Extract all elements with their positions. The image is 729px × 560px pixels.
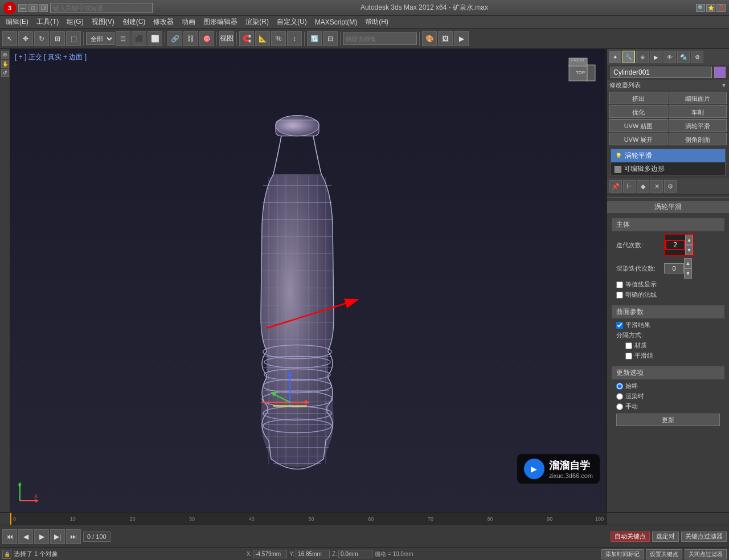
timeline-track[interactable]: 0 10 20 30 40 50 60 70 80 90 100 [10, 513, 607, 525]
lathe-btn[interactable]: 车削 [669, 105, 727, 118]
menu-animation[interactable]: 动画 [178, 16, 199, 28]
smooth-result-checkbox[interactable] [616, 322, 623, 329]
align[interactable]: ⊟ [323, 31, 338, 46]
menu-edit[interactable]: 编辑(E) [2, 16, 32, 28]
motion-tab[interactable]: ▶ [650, 51, 662, 63]
select-region-tool[interactable]: ⬚ [66, 31, 81, 46]
goto-end-btn[interactable]: ⏭ [66, 529, 81, 544]
main-close-btn[interactable]: ❓ [716, 4, 726, 12]
menu-rendering[interactable]: 渲染(R) [242, 16, 272, 28]
scale-tool[interactable]: ⊞ [50, 31, 65, 46]
percent-snap[interactable]: % [271, 31, 286, 46]
hierarchy-tab[interactable]: ⊕ [636, 51, 649, 63]
render-iterations-down[interactable]: ▼ [684, 268, 692, 279]
menu-help[interactable]: 帮助(H) [362, 16, 392, 28]
configure-modifier-sets-btn[interactable]: ⚙ [664, 180, 677, 193]
render-radio[interactable] [616, 393, 623, 400]
set-key-btn[interactable]: 选定对 [652, 532, 679, 542]
link-tool[interactable]: 🔗 [167, 31, 182, 46]
menu-maxscript[interactable]: MAXScript(M) [312, 17, 361, 27]
iterations-up[interactable]: ▲ [685, 235, 693, 245]
turbosmooth-visibility-bulb[interactable]: 💡 [615, 152, 622, 160]
manual-radio[interactable] [616, 403, 623, 410]
auto-key-btn[interactable]: 自动关键点 [611, 532, 650, 542]
show-end-result-btn[interactable]: ⊢ [623, 180, 636, 193]
y-input[interactable] [296, 550, 330, 558]
remove-modifier-btn[interactable]: ✕ [650, 180, 663, 193]
utilities-tab[interactable]: 🔩 [677, 51, 690, 63]
menu-group[interactable]: 组(G) [63, 16, 87, 28]
named-selection-sets[interactable] [343, 32, 417, 45]
select-tool[interactable]: ↖ [2, 31, 17, 46]
select-by-name[interactable]: ⊡ [116, 31, 130, 46]
select-region[interactable]: ⬛ [132, 31, 146, 46]
chamfer-btn[interactable]: 侧角剖面 [669, 133, 727, 145]
main-maximize-btn[interactable]: ⭐ [706, 4, 715, 12]
key-filters-btn[interactable]: 关键点过滤器 [681, 532, 727, 542]
menu-view[interactable]: 视图(V) [88, 16, 118, 28]
menu-modifiers[interactable]: 修改器 [150, 16, 177, 28]
uvw-map-btn[interactable]: UVW 贴图 [609, 119, 667, 132]
key-filter-close-btn[interactable]: 关闭点过滤器 [685, 549, 727, 559]
object-color-swatch[interactable] [714, 67, 726, 78]
view-mode[interactable]: 视图 [219, 31, 234, 46]
add-time-tag-btn[interactable]: 添加时间标记 [601, 549, 644, 559]
update-btn[interactable]: 更新 [616, 414, 720, 426]
smooth-group-checkbox[interactable] [625, 353, 632, 359]
next-frame-btn[interactable]: ▶| [50, 529, 65, 544]
iterations-spinner[interactable]: ▲ ▼ [664, 234, 694, 256]
orbit[interactable]: ↺ [1, 69, 9, 77]
prev-frame-btn[interactable]: ◀ [18, 529, 33, 544]
menu-tools[interactable]: 工具(T) [33, 16, 62, 28]
menu-customize[interactable]: 自定义(U) [273, 16, 310, 28]
material-editor[interactable]: 🎨 [422, 31, 437, 46]
window-crossing[interactable]: ⬜ [148, 31, 162, 46]
edit-surface-btn[interactable]: 编辑面片 [669, 92, 727, 104]
create-tab[interactable]: ✦ [609, 51, 621, 63]
make-unique-btn[interactable]: ◆ [637, 180, 649, 193]
restore-btn[interactable]: ❐ [39, 4, 48, 12]
unlink-tool[interactable]: ⛓ [183, 31, 198, 46]
quick-render[interactable]: ▶ [454, 31, 469, 46]
lock-icon[interactable]: 🔒 [2, 550, 11, 559]
render-iterations-up[interactable]: ▲ [684, 258, 692, 268]
menu-graph-editors[interactable]: 图形编辑器 [200, 16, 241, 28]
menu-create[interactable]: 创建(C) [119, 16, 149, 28]
x-input[interactable] [253, 550, 287, 558]
search-input[interactable] [50, 3, 153, 13]
move-tool[interactable]: ✥ [18, 31, 33, 46]
maximize-btn[interactable]: □ [28, 4, 38, 12]
pan[interactable]: ✋ [1, 60, 9, 68]
play-btn[interactable]: ▶ [34, 529, 49, 544]
display-tab[interactable]: 👁 [664, 51, 676, 63]
pin-stack-btn[interactable]: 📌 [609, 180, 622, 193]
bind-to-space[interactable]: 🎯 [199, 31, 214, 46]
modify-tab[interactable]: 🔧 [622, 51, 635, 63]
set-keys-btn[interactable]: 设置关键点 [646, 549, 682, 559]
extra-tab[interactable]: ⚙ [691, 51, 703, 63]
z-input[interactable] [338, 550, 372, 558]
render-setup[interactable]: 🖼 [438, 31, 453, 46]
turbosmooth-btn[interactable]: 涡轮平滑 [669, 119, 727, 132]
material-separator-checkbox[interactable] [625, 342, 632, 349]
render-iterations-spinner[interactable]: ▲ ▼ [664, 258, 692, 279]
spinner-snap[interactable]: ↕ [287, 31, 302, 46]
main-window-controls[interactable]: 🔍 ⭐ ❓ [696, 4, 726, 12]
rotate-tool[interactable]: ↻ [34, 31, 49, 46]
window-controls[interactable]: — □ ❐ [18, 4, 48, 12]
explicit-normals-checkbox[interactable] [616, 292, 623, 299]
object-name-input[interactable] [611, 67, 712, 78]
modifier-list-arrow[interactable]: ▼ [721, 82, 727, 88]
modifier-editable-poly[interactable]: 可编辑多边形 [611, 162, 725, 175]
iterations-input[interactable] [665, 240, 685, 250]
always-radio[interactable] [616, 383, 623, 390]
goto-start-btn[interactable]: ⏮ [2, 529, 17, 544]
uvw-xform-btn[interactable]: UVW 展开 [609, 133, 667, 145]
minimize-btn[interactable]: — [18, 4, 27, 12]
main-minimize-btn[interactable]: 🔍 [696, 4, 705, 12]
viewport[interactable]: [ + ] 正交 [ 真实 + 边面 ] TOP FRONT [10, 49, 607, 512]
optimize-btn[interactable]: 优化 [609, 105, 667, 118]
render-iterations-spinners[interactable]: ▲ ▼ [684, 258, 692, 279]
angle-snap[interactable]: 📐 [255, 31, 270, 46]
extrude-btn[interactable]: 挤出 [609, 92, 667, 104]
